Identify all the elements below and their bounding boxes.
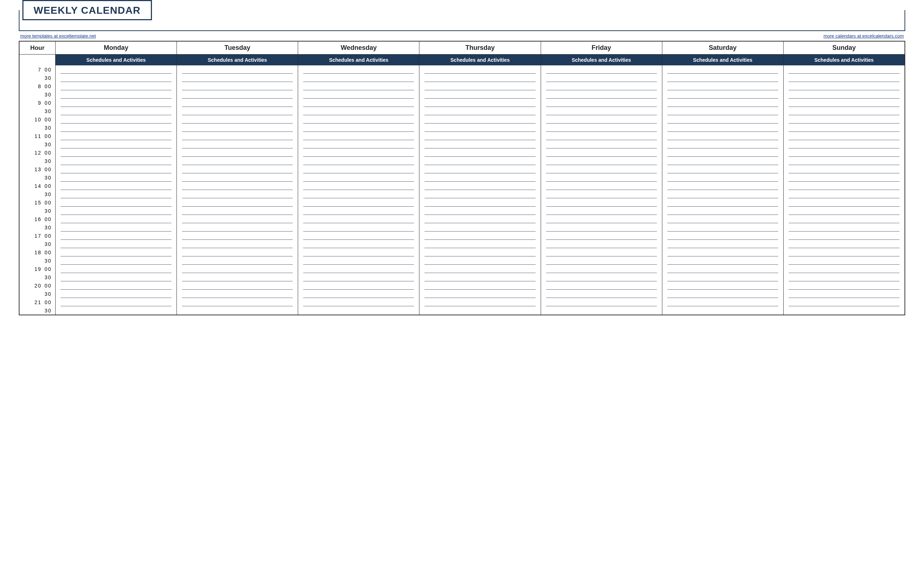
time-slot[interactable] [546,265,657,273]
time-slot[interactable] [789,115,900,123]
time-slot[interactable] [61,190,171,198]
time-slot[interactable] [303,107,414,115]
time-slot[interactable] [546,99,657,107]
time-slot[interactable] [303,290,414,298]
time-slot[interactable] [789,90,900,99]
time-slot[interactable] [61,123,171,132]
time-slot[interactable] [668,165,778,173]
time-slot[interactable] [789,132,900,140]
time-slot[interactable] [61,165,171,173]
time-slot[interactable] [668,198,778,207]
time-slot[interactable] [424,248,535,257]
time-slot[interactable] [303,231,414,240]
time-slot[interactable] [424,281,535,290]
time-slot[interactable] [61,115,171,123]
time-slot[interactable] [61,231,171,240]
time-slot[interactable] [668,173,778,182]
time-slot[interactable] [303,265,414,273]
time-slot[interactable] [789,265,900,273]
time-slot[interactable] [182,231,293,240]
time-slot[interactable] [303,298,414,306]
time-slot[interactable] [789,123,900,132]
time-slot[interactable] [424,273,535,281]
time-slot[interactable] [546,149,657,157]
time-slot[interactable] [668,157,778,165]
time-slot[interactable] [546,182,657,190]
time-slot[interactable] [668,123,778,132]
time-slot[interactable] [546,90,657,99]
time-slot[interactable] [303,99,414,107]
time-slot[interactable] [668,149,778,157]
time-slot[interactable] [668,290,778,298]
time-slot[interactable] [789,74,900,82]
time-slot[interactable] [303,173,414,182]
time-slot[interactable] [61,90,171,99]
time-slot[interactable] [424,231,535,240]
time-slot[interactable] [303,90,414,99]
time-slot[interactable] [303,207,414,215]
time-slot[interactable] [61,173,171,182]
time-slot[interactable] [789,223,900,231]
time-slot[interactable] [182,82,293,90]
time-slot[interactable] [61,273,171,281]
time-slot[interactable] [182,207,293,215]
time-slot[interactable] [546,215,657,223]
time-slot[interactable] [303,123,414,132]
time-slot[interactable] [789,215,900,223]
time-slot[interactable] [789,82,900,90]
time-slot[interactable] [789,165,900,173]
time-slot[interactable] [303,165,414,173]
time-slot[interactable] [61,240,171,248]
time-slot[interactable] [424,257,535,265]
time-slot[interactable] [61,82,171,90]
time-slot[interactable] [789,99,900,107]
time-slot[interactable] [546,281,657,290]
time-slot[interactable] [424,240,535,248]
time-slot[interactable] [668,82,778,90]
time-slot[interactable] [668,215,778,223]
time-slot[interactable] [61,248,171,257]
time-slot[interactable] [424,149,535,157]
time-slot[interactable] [61,74,171,82]
time-slot[interactable] [668,231,778,240]
time-slot[interactable] [424,290,535,298]
time-slot[interactable] [546,165,657,173]
time-slot[interactable] [668,298,778,306]
time-slot[interactable] [182,74,293,82]
time-slot[interactable] [61,182,171,190]
time-slot[interactable] [424,306,535,315]
time-slot[interactable] [182,240,293,248]
time-slot[interactable] [182,123,293,132]
time-slot[interactable] [546,223,657,231]
time-slot[interactable] [303,306,414,315]
time-slot[interactable] [789,248,900,257]
time-slot[interactable] [668,190,778,198]
time-slot[interactable] [61,99,171,107]
time-slot[interactable] [668,74,778,82]
time-slot[interactable] [789,107,900,115]
time-slot[interactable] [182,107,293,115]
time-slot[interactable] [424,157,535,165]
time-slot[interactable] [182,273,293,281]
time-slot[interactable] [546,74,657,82]
time-slot[interactable] [303,223,414,231]
time-slot[interactable] [668,90,778,99]
time-slot[interactable] [668,140,778,149]
time-slot[interactable] [61,140,171,149]
time-slot[interactable] [546,157,657,165]
time-slot[interactable] [303,157,414,165]
time-slot[interactable] [546,65,657,74]
time-slot[interactable] [424,215,535,223]
time-slot[interactable] [668,257,778,265]
time-slot[interactable] [61,257,171,265]
time-slot[interactable] [424,165,535,173]
time-slot[interactable] [303,198,414,207]
time-slot[interactable] [424,223,535,231]
time-slot[interactable] [61,281,171,290]
time-slot[interactable] [61,132,171,140]
time-slot[interactable] [303,215,414,223]
time-slot[interactable] [61,157,171,165]
time-slot[interactable] [789,149,900,157]
time-slot[interactable] [789,173,900,182]
time-slot[interactable] [303,140,414,149]
